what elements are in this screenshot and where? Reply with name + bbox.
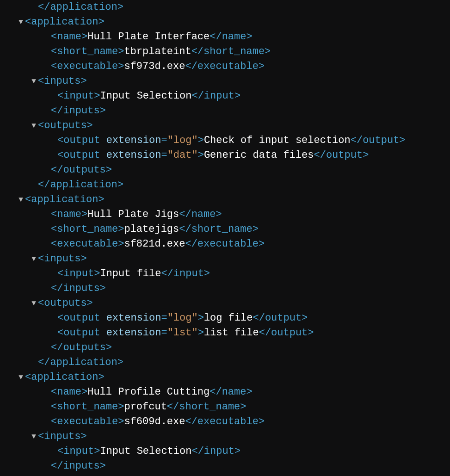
fold-toggle-icon[interactable]: ▼: [31, 474, 37, 476]
fold-toggle-icon[interactable]: ▼: [31, 118, 37, 133]
fold-toggle-icon[interactable]: ▼: [18, 370, 24, 385]
line-content: <short_name>platejigs</short_name>: [51, 222, 259, 237]
line-content: <output extension="dat">Generic data fil…: [57, 148, 369, 163]
xml-tag: =: [161, 149, 167, 161]
code-line[interactable]: ▼<inputs>: [0, 74, 450, 89]
xml-attribute-value: "log": [167, 135, 198, 146]
code-line[interactable]: <name>Hull Plate Jigs</name>: [0, 207, 450, 222]
line-content: <application>: [25, 370, 105, 385]
code-line[interactable]: <name>Hull Profile Cutting</name>: [0, 385, 450, 400]
fold-toggle-icon[interactable]: ▼: [31, 74, 37, 89]
code-line[interactable]: <executable>sf821d.exe</executable>: [0, 237, 450, 252]
xml-tag: </name>: [210, 31, 252, 43]
xml-tag: </application>: [38, 179, 123, 191]
xml-tag: </input>: [191, 445, 240, 457]
code-line[interactable]: ▼<inputs>: [0, 429, 450, 444]
xml-tag: </output>: [351, 135, 406, 146]
xml-text: log file: [204, 312, 253, 324]
xml-tag: =: [161, 312, 167, 324]
code-line[interactable]: <output extension="log">log file</output…: [0, 311, 450, 326]
line-content: <application>: [25, 15, 105, 30]
line-content: <output extension="log">log file</output…: [57, 311, 308, 326]
xml-tag: <inputs>: [38, 75, 87, 87]
code-line[interactable]: </inputs>: [0, 104, 450, 118]
fold-toggle-icon[interactable]: ▼: [31, 429, 37, 444]
xml-tag: <input>: [57, 90, 100, 102]
code-line[interactable]: </application>: [0, 0, 450, 15]
code-line[interactable]: ▼<inputs>: [0, 252, 450, 266]
line-content: <name>Hull Plate Interface</name>: [51, 30, 253, 44]
line-content: <outputs>: [38, 474, 93, 476]
xml-tag: <inputs>: [38, 431, 87, 442]
line-content: <inputs>: [38, 252, 87, 266]
fold-toggle-icon[interactable]: ▼: [18, 192, 24, 207]
xml-tag: </executable>: [185, 416, 265, 427]
line-content: </application>: [38, 0, 123, 15]
line-content: <input>Input file</input>: [57, 266, 210, 281]
code-line[interactable]: <input>Input Selection</input>: [0, 89, 450, 104]
xml-text: Input Selection: [100, 90, 191, 102]
code-line[interactable]: <input>Input Selection</input>: [0, 444, 450, 459]
xml-text: Check of input selection: [204, 135, 351, 146]
code-line[interactable]: ▼<outputs>: [0, 474, 450, 476]
code-line[interactable]: </inputs>: [0, 281, 450, 296]
xml-text: profcut: [124, 401, 166, 413]
code-line[interactable]: </application>: [0, 355, 450, 370]
xml-tag: </application>: [38, 1, 123, 13]
xml-text: sf821d.exe: [124, 238, 185, 250]
xml-tag: <application>: [25, 16, 105, 28]
xml-tag: </input>: [161, 268, 210, 279]
code-line[interactable]: ▼<application>: [0, 15, 450, 30]
xml-tag: </name>: [179, 209, 222, 220]
xml-tag: <executable>: [51, 416, 124, 427]
xml-tag: <name>: [51, 386, 87, 398]
xml-tag: <name>: [51, 209, 87, 220]
xml-tag: </executable>: [185, 61, 265, 72]
line-content: <input>Input Selection</input>: [57, 444, 240, 459]
xml-attribute: extension: [106, 135, 161, 146]
code-line[interactable]: ▼<outputs>: [0, 296, 450, 311]
code-line[interactable]: ▼<outputs>: [0, 118, 450, 133]
code-line[interactable]: <short_name>profcut</short_name>: [0, 400, 450, 414]
code-line[interactable]: <executable>sf973d.exe</executable>: [0, 59, 450, 74]
code-line[interactable]: <output extension="log">Check of input s…: [0, 133, 450, 148]
code-line[interactable]: <short_name>platejigs</short_name>: [0, 222, 450, 237]
xml-text: Hull Plate Jigs: [87, 209, 179, 220]
code-line[interactable]: <executable>sf609d.exe</executable>: [0, 414, 450, 429]
fold-toggle-icon[interactable]: ▼: [31, 296, 37, 311]
line-content: <short_name>tbrplateint</short_name>: [51, 44, 271, 59]
line-content: </inputs>: [51, 459, 106, 474]
xml-attribute: extension: [106, 149, 161, 161]
xml-text: Input file: [100, 268, 161, 279]
code-line[interactable]: ▼<application>: [0, 370, 450, 385]
line-content: <input>Input Selection</input>: [57, 89, 240, 104]
code-line[interactable]: </outputs>: [0, 163, 450, 178]
code-line[interactable]: <name>Hull Plate Interface</name>: [0, 30, 450, 44]
code-line[interactable]: ▼<application>: [0, 192, 450, 207]
fold-toggle-icon[interactable]: ▼: [18, 15, 24, 30]
xml-tag: <executable>: [51, 238, 124, 250]
fold-toggle-icon[interactable]: ▼: [31, 252, 37, 266]
code-line[interactable]: </inputs>: [0, 459, 450, 474]
xml-text: Generic data files: [204, 149, 314, 161]
code-line[interactable]: <output extension="dat">Generic data fil…: [0, 148, 450, 163]
xml-tag: </input>: [191, 90, 240, 102]
xml-tag: <output: [57, 135, 106, 146]
xml-tag: <output: [57, 327, 106, 339]
code-line[interactable]: </application>: [0, 178, 450, 192]
line-content: <inputs>: [38, 74, 87, 89]
line-content: <output extension="log">Check of input s…: [57, 133, 406, 148]
xml-tag: <short_name>: [51, 401, 124, 413]
code-line[interactable]: </outputs>: [0, 340, 450, 355]
code-line[interactable]: <output extension="lst">list file</outpu…: [0, 326, 450, 340]
code-line[interactable]: <input>Input file</input>: [0, 266, 450, 281]
xml-text: list file: [204, 327, 259, 339]
xml-tag: >: [198, 135, 204, 146]
xml-tag: >: [198, 312, 204, 324]
line-content: <application>: [25, 192, 105, 207]
xml-tag: </inputs>: [51, 460, 106, 472]
line-content: <output extension="lst">list file</outpu…: [57, 326, 314, 340]
line-content: <name>Hull Profile Cutting</name>: [51, 385, 253, 400]
xml-tag: <input>: [57, 445, 100, 457]
code-line[interactable]: <short_name>tbrplateint</short_name>: [0, 44, 450, 59]
